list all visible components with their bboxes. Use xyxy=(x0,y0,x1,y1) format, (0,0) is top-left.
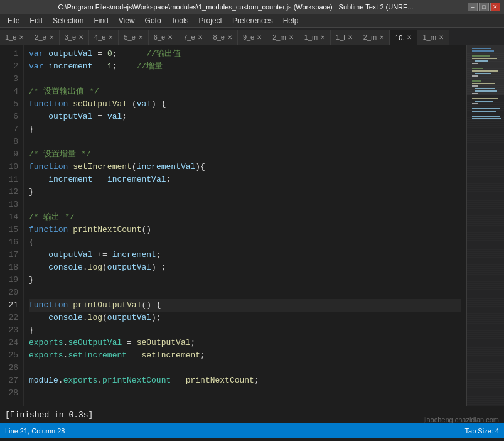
minimap xyxy=(466,45,504,406)
code-line-9: /* 设置增量 */ xyxy=(29,148,461,161)
code-line-16: { xyxy=(29,236,461,249)
code-line-12: } xyxy=(29,186,461,199)
close-button[interactable]: ✕ xyxy=(490,3,500,11)
tab-2m[interactable]: 2_m ✕ xyxy=(267,30,299,45)
line-27: 27 xyxy=(5,374,18,387)
code-line-5: function seOutputVal (val) { xyxy=(29,98,461,111)
tab-4e[interactable]: 4_e ✕ xyxy=(89,30,119,45)
line-20: 20 xyxy=(5,286,18,299)
code-line-7: } xyxy=(29,123,461,136)
line-22: 22 xyxy=(5,312,18,324)
tab-9e[interactable]: 9_e ✕ xyxy=(238,30,267,45)
line-15: 15 xyxy=(5,224,18,236)
menu-edit[interactable]: Edit xyxy=(24,15,48,26)
title-bar: C:\Program Files\nodejs\Workspace\module… xyxy=(0,0,504,14)
line-7: 7 xyxy=(5,123,18,136)
tab-close-1e[interactable]: ✕ xyxy=(19,34,24,41)
line-21: 21 xyxy=(5,299,18,312)
code-line-21: function printOutputVal() { xyxy=(29,299,461,312)
output-panel: [Finished in 0.3s] xyxy=(0,406,504,423)
code-line-8 xyxy=(29,136,461,148)
code-line-20 xyxy=(29,286,461,299)
code-line-13 xyxy=(29,199,461,211)
code-line-17: outputVal += increment; xyxy=(29,249,461,261)
line-4: 4 xyxy=(5,85,18,98)
line-19: 19 xyxy=(5,274,18,286)
code-line-25: exports.setIncrement = setIncrement; xyxy=(29,349,461,362)
line-17: 17 xyxy=(5,249,18,261)
status-bar: Line 21, Column 28 Tab Size: 4 xyxy=(0,423,504,438)
menu-project[interactable]: Project xyxy=(194,15,227,26)
tab-1e[interactable]: 1_e ✕ xyxy=(0,30,29,45)
editor-area: 1 2 3 4 5 6 7 8 9 10 11 12 13 14 15 16 1… xyxy=(0,45,504,406)
tab-1m[interactable]: 1_m ✕ xyxy=(299,30,331,45)
code-line-6: outputVal = val; xyxy=(29,111,461,123)
code-line-10: function setIncrement(incrementVal){ xyxy=(29,161,461,173)
output-text: [Finished in 0.3s] xyxy=(5,410,93,420)
tab-close-2e[interactable]: ✕ xyxy=(49,34,54,41)
line-numbers: 1 2 3 4 5 6 7 8 9 10 11 12 13 14 15 16 1… xyxy=(0,45,24,406)
tab-close-4e[interactable]: ✕ xyxy=(108,34,113,41)
tab-close-7e[interactable]: ✕ xyxy=(198,34,203,41)
line-18: 18 xyxy=(5,261,18,274)
tab-close-10[interactable]: ✕ xyxy=(407,34,412,41)
tab-close-6e[interactable]: ✕ xyxy=(168,34,173,41)
window-controls: – □ ✕ xyxy=(468,3,500,11)
menu-view[interactable]: View xyxy=(114,15,140,26)
code-line-23: } xyxy=(29,324,461,337)
line-23: 23 xyxy=(5,324,18,337)
menu-help[interactable]: Help xyxy=(278,15,304,26)
tab-close-1mx[interactable]: ✕ xyxy=(439,34,444,41)
tab-close-1l[interactable]: ✕ xyxy=(348,34,353,41)
code-line-11: increment = incrementVal; xyxy=(29,173,461,186)
tab-10-active[interactable]: 10. ✕ xyxy=(390,30,417,45)
tab-close-2m[interactable]: ✕ xyxy=(289,34,294,41)
tab-1mx[interactable]: 1_m ✕ xyxy=(417,30,449,45)
code-line-4: /* 设置输出值 */ xyxy=(29,85,461,98)
code-line-22: console.log(outputVal); xyxy=(29,312,461,324)
code-line-1: var outputVal = 0; //输出值 xyxy=(29,48,461,60)
code-line-18: console.log(outputVal) ; xyxy=(29,261,461,274)
minimap-overlay xyxy=(466,45,504,406)
minimize-button[interactable]: – xyxy=(468,3,478,11)
line-25: 25 xyxy=(5,349,18,362)
menu-preferences[interactable]: Preferences xyxy=(227,15,278,26)
line-11: 11 xyxy=(5,173,18,186)
tab-2e[interactable]: 2_e ✕ xyxy=(29,30,59,45)
menu-tools[interactable]: Tools xyxy=(166,15,194,26)
status-left: Line 21, Column 28 xyxy=(5,427,65,435)
tab-1l[interactable]: 1_l ✕ xyxy=(331,30,358,45)
title-text: C:\Program Files\nodejs\Workspace\module… xyxy=(4,3,468,11)
line-1: 1 xyxy=(5,48,18,60)
maximize-button[interactable]: □ xyxy=(479,3,489,11)
menu-find[interactable]: Find xyxy=(88,15,113,26)
tab-close-3e[interactable]: ✕ xyxy=(78,34,83,41)
menu-selection[interactable]: Selection xyxy=(48,15,88,26)
tab-close-2m2[interactable]: ✕ xyxy=(379,34,384,41)
code-line-24: exports.seOutputVal = seOutputVal; xyxy=(29,337,461,349)
line-2: 2 xyxy=(5,60,18,73)
code-editor[interactable]: var outputVal = 0; //输出值 var increment =… xyxy=(24,45,466,406)
menu-goto[interactable]: Goto xyxy=(140,15,166,26)
line-14: 14 xyxy=(5,211,18,224)
tab-3e[interactable]: 3_e ✕ xyxy=(60,30,89,45)
menu-file[interactable]: File xyxy=(3,15,24,26)
tab-6e[interactable]: 6_e ✕ xyxy=(149,30,178,45)
tab-5e[interactable]: 5_e ✕ xyxy=(119,30,148,45)
line-24: 24 xyxy=(5,337,18,349)
tab-close-9e[interactable]: ✕ xyxy=(257,34,262,41)
code-line-27: module.exports.printNextCount = printNex… xyxy=(29,374,461,387)
line-13: 13 xyxy=(5,199,18,211)
tab-8e[interactable]: 8_e ✕ xyxy=(208,30,238,45)
line-3: 3 xyxy=(5,73,18,85)
code-line-19: } xyxy=(29,274,461,286)
tab-7e[interactable]: 7_e ✕ xyxy=(178,30,208,45)
tab-close-5e[interactable]: ✕ xyxy=(138,34,143,41)
code-line-26 xyxy=(29,362,461,374)
code-line-2: var increment = 1; //增量 xyxy=(29,60,461,73)
tab-close-1m[interactable]: ✕ xyxy=(320,34,325,41)
tab-close-8e[interactable]: ✕ xyxy=(227,34,232,41)
line-6: 6 xyxy=(5,111,18,123)
tab-2m2[interactable]: 2_m ✕ xyxy=(358,30,390,45)
line-16: 16 xyxy=(5,236,18,249)
